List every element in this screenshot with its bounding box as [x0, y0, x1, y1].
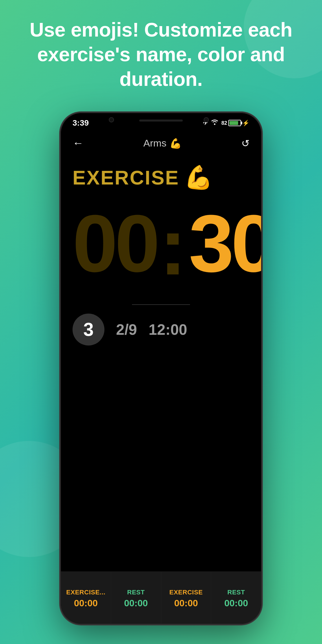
progress-section: 3 2/9 12:00: [61, 304, 261, 357]
queue-strip: EXERCISE... 00:00 REST 00:00 EXERCISE 00…: [61, 571, 261, 624]
phone-screen: 3:39 ✈ 82 ⚡: [61, 113, 261, 624]
status-bar: 3:39 ✈ 82 ⚡: [61, 113, 261, 131]
battery-indicator: 82 ⚡: [221, 120, 249, 126]
wifi-icon: [211, 119, 218, 127]
progress-fraction: 2/9: [116, 321, 137, 338]
status-time: 3:39: [73, 118, 89, 128]
round-badge: 3: [73, 314, 104, 345]
progress-info: 2/9 12:00: [116, 321, 187, 338]
queue-item-3-label: EXERCISE: [169, 589, 203, 596]
timer-display: 00 : 30: [73, 194, 249, 299]
queue-item-4[interactable]: REST 00:00: [211, 572, 261, 624]
bolt-icon: ⚡: [242, 120, 249, 126]
queue-item-4-label: REST: [227, 589, 245, 596]
timer-seconds: 30: [189, 203, 261, 284]
timer-minutes: 00: [73, 203, 157, 284]
queue-item-2[interactable]: REST 00:00: [111, 572, 161, 624]
headline-text: Use emojis! Customize each exercise's na…: [0, 17, 322, 91]
nav-emoji: 💪: [169, 138, 182, 149]
exercise-emoji: 💪: [184, 164, 213, 191]
timer-colon: :: [159, 200, 186, 287]
battery-percent: 82: [221, 120, 227, 126]
refresh-button[interactable]: ↺: [241, 138, 249, 149]
bottom-info: 3 2/9 12:00: [73, 311, 249, 348]
queue-item-2-label: REST: [127, 589, 145, 596]
queue-item-2-time: 00:00: [124, 598, 148, 609]
queue-item-1-label: EXERCISE...: [66, 589, 105, 596]
exercise-label-text: EXERCISE: [73, 166, 179, 189]
status-icons: ✈ 82 ⚡: [203, 119, 249, 127]
queue-item-1[interactable]: EXERCISE... 00:00: [61, 572, 111, 624]
queue-item-4-time: 00:00: [224, 598, 248, 609]
back-button[interactable]: ←: [73, 137, 84, 149]
progress-time: 12:00: [149, 321, 187, 338]
nav-bar: ← Arms 💪 ↺: [61, 131, 261, 155]
queue-item-3-time: 00:00: [174, 598, 198, 609]
queue-item-1-time: 00:00: [74, 598, 98, 609]
nav-title: Arms 💪: [143, 138, 181, 149]
queue-item-3[interactable]: EXERCISE 00:00: [161, 572, 211, 624]
exercise-label-row: EXERCISE 💪: [73, 164, 249, 191]
exercise-content: EXERCISE 💪 00 : 30: [61, 155, 261, 304]
progress-divider: [132, 304, 190, 305]
